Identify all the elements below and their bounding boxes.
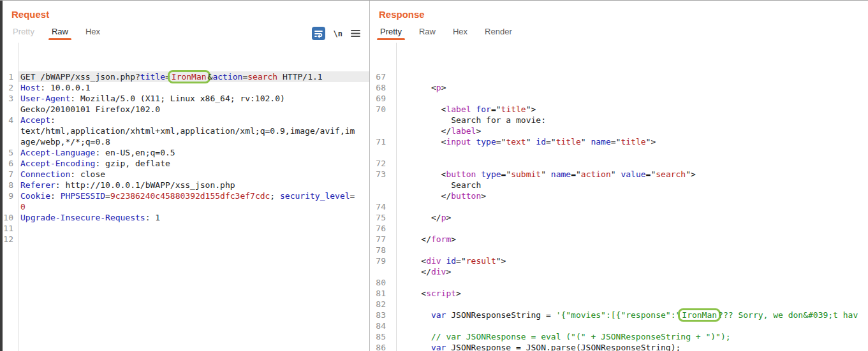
- code-row[interactable]: 81 <script>: [370, 288, 868, 299]
- line-number: 12: [3, 234, 16, 245]
- line-number: 68: [370, 82, 391, 93]
- code-line-text: <div id="result">: [391, 256, 506, 266]
- code-row[interactable]: 8Referer: http://10.0.0.1/bWAPP/xss_json…: [3, 180, 369, 190]
- code-line-text: <button type="submit" name="action" valu…: [391, 169, 696, 179]
- code-row[interactable]: 7Connection: close: [3, 169, 369, 180]
- tab-pretty: Pretty: [13, 27, 34, 40]
- code-row[interactable]: 72: [370, 158, 868, 169]
- code-row[interactable]: 5Accept-Language: en-US,en;q=0.5: [3, 147, 369, 158]
- code-line-text: </form>: [391, 234, 456, 244]
- code-row[interactable]: 74: [370, 201, 868, 212]
- code-row[interactable]: 78: [370, 245, 868, 255]
- newline-icon[interactable]: \n: [334, 29, 342, 38]
- code-row[interactable]: </div>: [370, 266, 868, 277]
- tab-render[interactable]: Render: [485, 27, 512, 40]
- code-row[interactable]: Gecko/20100101 Firefox/102.0: [3, 104, 369, 115]
- code-row[interactable]: Search for a movie:: [370, 115, 868, 125]
- code-line-text: </label>: [391, 126, 481, 136]
- code-row[interactable]: 67: [370, 71, 868, 82]
- code-line-text: GET /bWAPP/xss_json.php?title=IronMan&ac…: [16, 72, 323, 82]
- request-editor[interactable]: 1GET /bWAPP/xss_json.php?title=IronMan&a…: [3, 43, 369, 351]
- search-match-highlight: IronMan: [168, 70, 210, 83]
- line-number: 84: [370, 320, 391, 331]
- line-number: 86: [370, 342, 391, 351]
- code-line-text: </button>: [391, 191, 486, 201]
- code-line-text: User-Agent: Mozilla/5.0 (X11; Linux x86_…: [16, 94, 285, 103]
- code-row[interactable]: Search: [370, 180, 868, 190]
- code-row[interactable]: 12: [3, 234, 369, 245]
- code-line-text: Search for a movie:: [391, 115, 546, 125]
- code-row[interactable]: text/html,application/xhtml+xml,applicat…: [3, 125, 369, 136]
- request-panel-title: Request: [11, 9, 369, 20]
- code-line-text: <script>: [391, 289, 461, 298]
- request-panel: Request PrettyRawHex \n 1GET /bWAP: [0, 1, 369, 351]
- code-row[interactable]: [370, 147, 868, 158]
- word-wrap-icon[interactable]: [312, 27, 325, 40]
- code-row[interactable]: 10Upgrade-Insecure-Requests: 1: [3, 212, 369, 223]
- code-row[interactable]: </label>: [370, 125, 868, 136]
- code-row[interactable]: 11: [3, 223, 369, 234]
- code-row[interactable]: 76: [370, 223, 868, 234]
- line-number: 78: [370, 245, 391, 255]
- code-row[interactable]: 85 // var JSONResponse = eval ("(" + JSO…: [370, 331, 868, 342]
- tab-hex[interactable]: Hex: [85, 27, 100, 40]
- line-number: 81: [370, 288, 391, 299]
- code-row[interactable]: 83 var JSONResponseString = '{"movies":[…: [370, 310, 868, 320]
- code-row[interactable]: 71 <input type="text" id="title" name="t…: [370, 136, 868, 147]
- line-number: 71: [370, 136, 391, 147]
- line-number: 76: [370, 223, 391, 234]
- code-row[interactable]: 77 </form>: [370, 234, 868, 245]
- gutter-separator: [18, 43, 18, 351]
- code-row[interactable]: 1GET /bWAPP/xss_json.php?title=IronMan&a…: [3, 71, 369, 82]
- code-line-text: Referer: http://10.0.0.1/bWAPP/xss_json.…: [16, 180, 235, 190]
- line-number: 83: [370, 310, 391, 320]
- code-row[interactable]: 2Host: 10.0.0.1: [3, 82, 369, 93]
- line-number: 72: [370, 158, 391, 169]
- response-panel-title: Response: [379, 9, 868, 20]
- code-line-text: var JSONResponseString = '{"movies":[{"r…: [391, 310, 858, 320]
- code-row[interactable]: 0: [3, 201, 369, 212]
- code-line-text: </p>: [391, 213, 451, 222]
- code-row[interactable]: 4Accept:: [3, 115, 369, 125]
- line-number: 11: [3, 223, 16, 234]
- tab-hex[interactable]: Hex: [453, 27, 467, 40]
- code-line-text: <input type="text" id="title" name="titl…: [391, 137, 656, 147]
- code-row[interactable]: age/webp,*/*;q=0.8: [3, 136, 369, 147]
- code-row[interactable]: 80: [370, 277, 868, 288]
- line-number: 69: [370, 93, 391, 104]
- line-number: 5: [3, 147, 16, 158]
- code-row[interactable]: </button>: [370, 190, 868, 201]
- request-toolbar: \n: [312, 27, 360, 40]
- code-row[interactable]: 70 <label for="title">: [370, 104, 868, 115]
- menu-icon[interactable]: [351, 29, 360, 38]
- code-row[interactable]: 3User-Agent: Mozilla/5.0 (X11; Linux x86…: [3, 93, 369, 104]
- burp-message-editor: Request PrettyRawHex \n 1GET /bWAP: [0, 0, 868, 351]
- code-row[interactable]: 6Accept-Encoding: gzip, deflate: [3, 158, 369, 169]
- code-line-text: Search: [391, 180, 481, 190]
- line-number: 4: [3, 115, 16, 125]
- line-number: 1: [3, 71, 16, 82]
- line-number: 70: [370, 104, 391, 115]
- response-editor[interactable]: 6768 <p>6970 <label for="title"> Search …: [370, 43, 868, 351]
- window-edge-strip: [0, 1, 3, 351]
- tab-pretty[interactable]: Pretty: [380, 27, 402, 40]
- code-row[interactable]: 69: [370, 93, 868, 104]
- line-number: 7: [3, 169, 16, 180]
- code-row[interactable]: 86 var JSONResponse = JSON.parse(JSONRes…: [370, 342, 868, 351]
- code-row[interactable]: 73 <button type="submit" name="action" v…: [370, 169, 868, 180]
- code-line-text: Host: 10.0.0.1: [16, 83, 91, 92]
- code-row[interactable]: 9Cookie: PHPSESSID=9c2386240c45880392d15…: [3, 190, 369, 201]
- code-row[interactable]: 84: [370, 320, 868, 331]
- tab-raw[interactable]: Raw: [419, 27, 436, 40]
- line-number: 82: [370, 299, 391, 310]
- code-line-text: age/webp,*/*;q=0.8: [16, 137, 110, 147]
- tab-raw[interactable]: Raw: [52, 27, 68, 40]
- code-line-text: Gecko/20100101 Firefox/102.0: [16, 104, 160, 114]
- code-line-text: Connection: close: [16, 169, 105, 179]
- code-row[interactable]: 82: [370, 299, 868, 310]
- code-row[interactable]: 75 </p>: [370, 212, 868, 223]
- gutter-separator: [396, 43, 397, 351]
- code-row[interactable]: 79 <div id="result">: [370, 255, 868, 266]
- code-row[interactable]: 68 <p>: [370, 82, 868, 93]
- line-number: 67: [370, 71, 391, 82]
